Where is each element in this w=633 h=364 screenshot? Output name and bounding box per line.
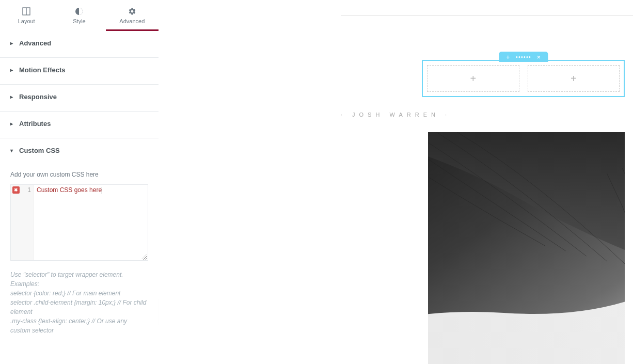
section-title: Advanced xyxy=(19,39,51,47)
add-section-button[interactable]: + xyxy=(506,53,510,61)
section-title: Custom CSS xyxy=(19,147,60,154)
divider xyxy=(341,15,633,15)
resize-grip-icon[interactable] xyxy=(141,254,147,259)
tab-layout[interactable]: Layout xyxy=(0,0,53,31)
section-title: Attributes xyxy=(19,120,51,128)
tab-label: Layout xyxy=(18,18,35,24)
section-advanced: ▸ Advanced xyxy=(0,31,159,58)
tab-advanced[interactable]: Advanced xyxy=(106,0,159,31)
editor-gutter: ✖ 1 xyxy=(11,185,34,260)
editor-sidebar: Layout Style Advanced ▸ Advanced ▸ Motio… xyxy=(0,0,159,364)
caret-right-icon: ▸ xyxy=(10,40,13,46)
section-motion: ▸ Motion Effects xyxy=(0,58,159,85)
hero-image xyxy=(428,132,625,364)
section-customcss: ▾ Custom CSS Add your own custom CSS her… xyxy=(0,138,159,364)
drag-handle-icon[interactable] xyxy=(516,56,531,58)
preview-canvas[interactable]: + × + + · Josh Warren · xyxy=(159,0,633,364)
section-attributes: ▸ Attributes xyxy=(0,112,159,138)
hint-line: .my-class {text-align: center;} // Or us… xyxy=(10,316,148,335)
layout-icon xyxy=(22,7,31,16)
hint-line: selector {color: red;} // For main eleme… xyxy=(10,289,148,298)
plus-icon: + xyxy=(470,73,476,85)
section-title: Responsive xyxy=(19,93,57,101)
tab-label: Advanced xyxy=(119,18,145,24)
author-name: · Josh Warren · xyxy=(341,112,451,118)
section-toolbar: + × xyxy=(499,52,548,62)
add-widget-column-1[interactable]: + xyxy=(427,65,519,92)
caret-right-icon: ▸ xyxy=(10,94,13,100)
plus-icon: + xyxy=(571,73,577,85)
caret-right-icon: ▸ xyxy=(10,121,13,126)
code-text: Custom CSS goes here xyxy=(37,186,102,194)
delete-section-button[interactable]: × xyxy=(537,53,541,61)
add-widget-column-2[interactable]: + xyxy=(528,65,620,92)
section-responsive: ▸ Responsive xyxy=(0,85,159,112)
code-area[interactable]: Custom CSS goes here xyxy=(34,185,148,260)
hint-line: Examples: xyxy=(10,279,148,289)
section-responsive-header[interactable]: ▸ Responsive xyxy=(0,85,159,109)
error-icon: ✖ xyxy=(12,186,20,194)
section-motion-header[interactable]: ▸ Motion Effects xyxy=(0,58,159,82)
tab-style[interactable]: Style xyxy=(53,0,105,31)
gear-icon xyxy=(128,7,137,16)
customcss-hints: Use "selector" to target wrapper element… xyxy=(10,270,148,335)
selected-section[interactable]: + × + + xyxy=(422,60,625,97)
style-icon xyxy=(74,7,84,16)
section-advanced-header[interactable]: ▸ Advanced xyxy=(0,31,159,55)
hint-line: Use "selector" to target wrapper element… xyxy=(10,270,148,279)
caret-down-icon: ▾ xyxy=(10,148,13,153)
tab-label: Style xyxy=(73,18,85,24)
hint-line: selector .child-element {margin: 10px;} … xyxy=(10,298,148,316)
customcss-label: Add your own custom CSS here xyxy=(10,171,148,178)
line-number: 1 xyxy=(27,186,31,194)
section-attributes-header[interactable]: ▸ Attributes xyxy=(0,112,159,136)
text-cursor xyxy=(102,187,102,194)
section-title: Motion Effects xyxy=(19,66,66,74)
caret-right-icon: ▸ xyxy=(10,67,13,73)
customcss-editor[interactable]: ✖ 1 Custom CSS goes here xyxy=(10,184,148,261)
customcss-body: Add your own custom CSS here ✖ 1 Custom … xyxy=(0,171,159,345)
panel-tabs: Layout Style Advanced xyxy=(0,0,159,31)
section-columns: + + xyxy=(427,65,620,92)
section-customcss-header[interactable]: ▾ Custom CSS xyxy=(0,138,159,163)
